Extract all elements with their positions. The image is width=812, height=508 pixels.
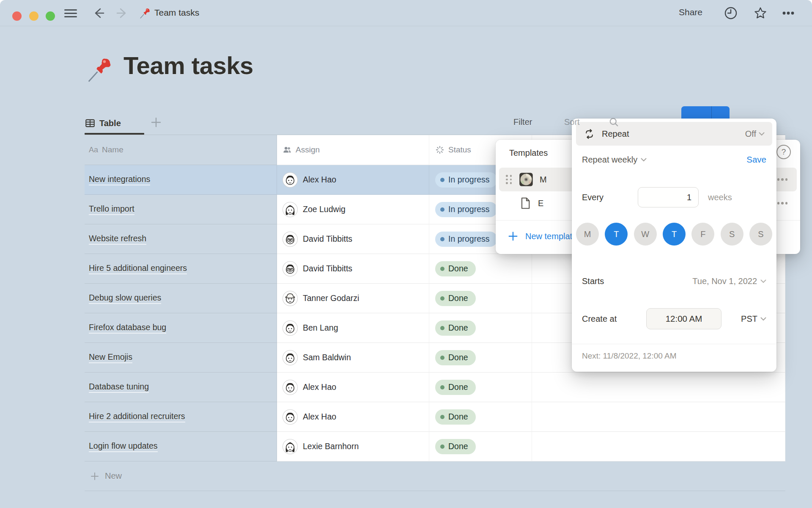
status-badge: Done xyxy=(435,320,476,336)
template-item-label: M xyxy=(540,175,547,185)
plus-icon xyxy=(508,231,518,242)
task-name-cell[interactable]: Debug slow queries xyxy=(85,284,277,313)
template-more-icon[interactable] xyxy=(774,173,791,186)
text-property-icon: Aa xyxy=(89,146,98,155)
assignee-cell[interactable]: David Tibbitts xyxy=(277,224,429,254)
task-name-cell[interactable]: New integrations xyxy=(85,165,277,195)
status-cell[interactable]: Done xyxy=(429,343,532,373)
favorite-star-icon[interactable] xyxy=(753,6,768,21)
more-options-icon[interactable] xyxy=(781,6,796,21)
create-at-label: Create at xyxy=(582,314,617,324)
weekday-thursday[interactable]: T xyxy=(663,223,686,246)
task-name-cell[interactable]: New Emojis xyxy=(85,343,277,373)
share-button[interactable]: Share xyxy=(679,7,702,17)
document-icon xyxy=(518,196,532,210)
start-date-dropdown[interactable]: Tue, Nov 1, 2022 xyxy=(692,276,766,286)
tab-table[interactable]: Table xyxy=(85,113,121,134)
tab-table-label: Table xyxy=(99,119,121,128)
filter-button[interactable]: Filter xyxy=(513,117,532,127)
drag-handle-icon[interactable] xyxy=(506,175,513,184)
chevron-down-icon xyxy=(760,317,766,321)
empty-cell xyxy=(532,373,785,402)
assignee-cell[interactable]: Tanner Godarzi xyxy=(277,284,429,313)
assignee-cell[interactable]: Alex Hao xyxy=(277,373,429,402)
status-badge: Done xyxy=(435,291,476,306)
status-cell[interactable]: Done xyxy=(429,313,532,343)
empty-cell xyxy=(532,402,785,432)
assignee-cell[interactable]: Sam Baldwin xyxy=(277,343,429,373)
task-name-cell[interactable]: Trello import xyxy=(85,195,277,224)
cd-icon xyxy=(518,172,534,187)
interval-input[interactable]: 1 xyxy=(638,187,699,207)
assignee-avatar xyxy=(283,232,298,247)
status-badge: In progress xyxy=(435,202,497,217)
status-cell[interactable]: Done xyxy=(429,373,532,402)
template-item-label: E xyxy=(538,199,543,208)
minimize-window-button[interactable] xyxy=(29,11,38,21)
window-title: Team tasks xyxy=(154,8,199,18)
save-button[interactable]: Save xyxy=(746,155,766,165)
zoom-window-button[interactable] xyxy=(46,11,55,21)
back-arrow-icon[interactable] xyxy=(91,6,106,20)
assignee-cell[interactable]: Zoe Ludwig xyxy=(277,195,429,224)
table-view-icon xyxy=(85,118,96,129)
weekday-friday[interactable]: F xyxy=(691,223,714,246)
status-badge: In progress xyxy=(435,232,497,247)
column-header-name[interactable]: Aa Name xyxy=(85,135,277,165)
empty-cell xyxy=(532,432,785,461)
template-more-icon[interactable] xyxy=(774,197,791,210)
task-name-cell[interactable]: Database tuning xyxy=(85,373,277,402)
help-button[interactable]: ? xyxy=(776,145,791,159)
forward-arrow-icon[interactable] xyxy=(115,6,129,20)
status-cell[interactable]: Done xyxy=(429,432,532,461)
assignee-cell[interactable]: Alex Hao xyxy=(277,402,429,432)
templates-popup-title: Templates xyxy=(509,148,548,158)
sidebar-menu-icon[interactable] xyxy=(64,9,77,17)
assignee-cell[interactable]: Alex Hao xyxy=(277,165,429,195)
task-name-cell[interactable]: Website refresh xyxy=(85,224,277,254)
status-badge: In progress xyxy=(435,172,497,188)
repeat-popup-divider xyxy=(572,344,776,344)
assignee-avatar xyxy=(283,320,298,336)
task-name-cell[interactable]: Login flow updates xyxy=(85,432,277,461)
add-view-icon[interactable] xyxy=(149,115,163,130)
chevron-down-icon xyxy=(759,132,765,136)
status-badge: Done xyxy=(435,380,476,395)
close-window-button[interactable] xyxy=(12,11,22,21)
timezone-dropdown[interactable]: PST xyxy=(741,314,766,324)
chevron-down-icon xyxy=(760,279,766,283)
status-cell[interactable]: Done xyxy=(429,402,532,432)
assignee-cell[interactable]: Ben Lang xyxy=(277,313,429,343)
assignee-avatar xyxy=(283,380,298,395)
task-name-cell[interactable]: Firefox database bug xyxy=(85,313,277,343)
repeat-off-dropdown[interactable]: Off xyxy=(745,129,765,139)
table-row: Login flow updates Lexie Barnhorn Done xyxy=(85,432,785,461)
person-property-icon xyxy=(283,145,292,155)
status-cell[interactable]: Done xyxy=(429,254,532,284)
column-header-assign[interactable]: Assign xyxy=(277,135,429,165)
window-titlebar: Team tasks Share xyxy=(0,0,812,26)
status-badge: Done xyxy=(435,439,476,454)
task-name-cell[interactable]: Hire 2 additional recruiters xyxy=(85,402,277,432)
weekday-tuesday[interactable]: T xyxy=(605,223,628,246)
status-property-icon xyxy=(435,145,444,155)
app-window: Team tasks Share Team tasks Table xyxy=(0,0,812,508)
time-input[interactable]: 12:00 AM xyxy=(646,308,721,329)
every-label: Every xyxy=(582,193,604,202)
weekday-saturday[interactable]: S xyxy=(721,223,743,246)
assignee-cell[interactable]: Lexie Barnhorn xyxy=(277,432,429,461)
weekday-monday[interactable]: M xyxy=(576,223,599,246)
frequency-dropdown[interactable]: Repeat weekly xyxy=(582,155,647,165)
assignee-avatar xyxy=(283,291,298,306)
status-cell[interactable]: Done xyxy=(429,284,532,313)
task-name-cell[interactable]: Hire 5 additional engineers xyxy=(85,254,277,284)
assignee-cell[interactable]: David Tibbitts xyxy=(277,254,429,284)
table-row: Hire 2 additional recruiters Alex Hao Do… xyxy=(85,402,785,432)
search-icon[interactable] xyxy=(608,116,620,128)
sort-button[interactable]: Sort xyxy=(564,117,580,127)
weekday-sunday[interactable]: S xyxy=(749,223,772,246)
history-clock-icon[interactable] xyxy=(723,6,738,21)
page-pin-icon xyxy=(85,54,115,85)
add-row-button[interactable]: New xyxy=(85,461,785,491)
weekday-wednesday[interactable]: W xyxy=(634,223,657,246)
